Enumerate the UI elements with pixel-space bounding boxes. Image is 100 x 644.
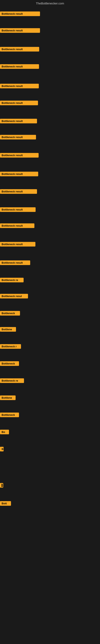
bottleneck-item: Bottlene (0, 396, 16, 401)
bottleneck-item: Bottleneck result (0, 28, 40, 34)
bottleneck-item: Bottleneck result (0, 47, 39, 52)
bottleneck-item: Bott (0, 501, 11, 506)
bottleneck-badge: Bottleneck re (0, 278, 24, 282)
bottleneck-badge: Bottleneck result (0, 47, 39, 52)
bottleneck-item: Bottleneck result (0, 189, 37, 194)
bottleneck-badge: Bottleneck result (0, 207, 36, 212)
bottleneck-badge: Bottleneck result (0, 64, 39, 69)
bottleneck-item: Bottleneck (0, 311, 20, 316)
bottleneck-item: Bottleneck re (0, 378, 24, 384)
bottleneck-badge: Bott (0, 501, 11, 506)
bottleneck-badge: Bottleneck result (0, 189, 37, 194)
bottleneck-item: Bottleneck result (0, 64, 39, 70)
bottleneck-badge: Bottleneck (0, 361, 19, 366)
bottleneck-item: Bottleneck re (0, 278, 24, 283)
bottleneck-badge: Bottleneck result (0, 100, 38, 105)
bottleneck-badge: Bo (0, 430, 9, 434)
bottleneck-item: Bottleneck result (0, 224, 34, 229)
bottleneck-item: Bo (0, 430, 9, 435)
bottleneck-item: Bottleneck result (0, 153, 39, 158)
bottleneck-item: Bottleneck result (0, 207, 36, 213)
bottleneck-badge: Bottleneck result (0, 224, 34, 228)
bottleneck-badge: Bottleneck result (0, 153, 39, 158)
bottleneck-badge: Bottleneck result (0, 12, 40, 16)
bottleneck-item: ▌ (0, 483, 3, 488)
bottleneck-badge: Bottleneck re (0, 378, 24, 383)
bottleneck-badge: B (0, 447, 3, 452)
bottleneck-badge: Bottleneck result (0, 135, 36, 140)
bottleneck-badge: Bottleneck resul (0, 294, 28, 298)
bottleneck-item: Bottlene (0, 327, 16, 332)
bottleneck-item: Bottleneck result (0, 172, 38, 177)
bottleneck-badge: Bottleneck result (0, 84, 39, 88)
bottleneck-item: Bottleneck resul (0, 294, 28, 299)
bottleneck-item: Bottleneck r (0, 344, 21, 350)
bottleneck-item: Bottleneck result (0, 12, 40, 17)
bottleneck-item: Bottleneck (0, 412, 19, 418)
bottleneck-badge: Bottleneck result (0, 260, 30, 265)
bottleneck-badge: Bottleneck r (0, 344, 21, 349)
bottleneck-item: Bottleneck result (0, 260, 30, 266)
bottleneck-badge: Bottlene (0, 327, 16, 332)
bottleneck-item: Bottleneck result (0, 242, 35, 247)
bottleneck-item: Bottleneck result (0, 84, 39, 89)
bottleneck-badge: Bottlene (0, 396, 16, 400)
bottleneck-item: B (0, 447, 3, 452)
bottleneck-badge: Bottleneck result (0, 119, 37, 123)
bottleneck-badge: Bottleneck result (0, 172, 38, 176)
site-header: TheBottlenecker.com (0, 0, 100, 8)
bottleneck-badge: Bottleneck (0, 412, 19, 417)
bottleneck-badge: Bottleneck (0, 311, 20, 316)
bottleneck-badge: Bottleneck result (0, 242, 35, 246)
bottleneck-item: Bottleneck (0, 361, 19, 367)
bottleneck-badge: ▌ (0, 483, 3, 488)
bottleneck-badge: Bottleneck result (0, 28, 40, 33)
bottleneck-item: Bottleneck result (0, 119, 37, 124)
bottleneck-item: Bottleneck result (0, 100, 38, 106)
bottleneck-item: Bottleneck result (0, 135, 36, 140)
